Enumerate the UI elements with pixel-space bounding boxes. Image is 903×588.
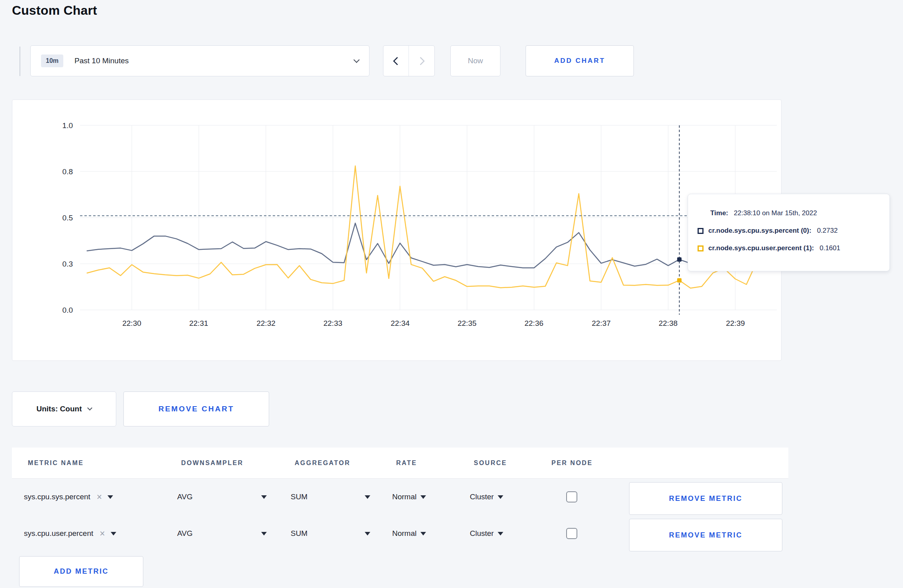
chevron-right-icon — [416, 56, 424, 65]
svg-text:22:30: 22:30 — [122, 319, 141, 327]
source-value: Cluster — [470, 529, 494, 538]
user-series-swatch-icon — [698, 245, 704, 251]
chevron-down-icon — [354, 57, 360, 63]
metric-name-label: sys.cpu.user.percent — [24, 529, 93, 538]
svg-text:0.0: 0.0 — [63, 306, 73, 314]
caret-down-icon — [420, 532, 426, 535]
aggregator-select[interactable]: SUM — [291, 515, 370, 552]
per-node-checkbox[interactable] — [566, 491, 577, 502]
aggregator-select[interactable]: SUM — [291, 479, 370, 515]
clear-metric-icon[interactable]: × — [100, 528, 105, 539]
time-range-label: Past 10 Minutes — [74, 56, 129, 65]
tooltip-series-label: cr.node.sys.cpu.sys.percent (0): — [708, 227, 811, 235]
header-aggregator: AGGREGATOR — [295, 448, 350, 479]
svg-text:22:39: 22:39 — [726, 319, 745, 327]
sys-series-swatch-icon — [698, 228, 704, 234]
tooltip-series-row: cr.node.sys.cpu.user.percent (1): 0.1601 — [698, 239, 889, 257]
downsampler-value: AVG — [177, 493, 193, 501]
prev-time-button[interactable] — [383, 46, 409, 76]
svg-text:22:36: 22:36 — [524, 319, 543, 327]
add-metric-button[interactable]: ADD METRIC — [19, 556, 143, 587]
tooltip-time-label: Time: — [710, 209, 728, 217]
caret-down-icon — [111, 532, 116, 535]
rate-value: Normal — [392, 529, 416, 538]
caret-down-icon — [420, 495, 426, 499]
svg-text:22:35: 22:35 — [457, 319, 477, 327]
tooltip-series-label: cr.node.sys.cpu.user.percent (1): — [708, 244, 814, 252]
tooltip-series-value: 0.1601 — [819, 244, 840, 252]
svg-text:22:34: 22:34 — [391, 319, 410, 327]
remove-metric-button[interactable]: REMOVE METRIC — [629, 482, 782, 515]
caret-down-icon — [365, 532, 370, 535]
svg-text:0.8: 0.8 — [63, 167, 73, 176]
metric-row: sys.cpu.user.percent × AVG SUM Normal Cl… — [12, 515, 788, 552]
aggregator-value: SUM — [291, 493, 307, 501]
source-value: Cluster — [470, 493, 494, 501]
chevron-left-icon — [393, 56, 401, 65]
tooltip-time-value: 22:38:10 on Mar 15th, 2022 — [734, 209, 817, 217]
chart-tooltip: Time: 22:38:10 on Mar 15th, 2022 cr.node… — [688, 194, 890, 271]
rate-select[interactable]: Normal — [392, 479, 426, 515]
svg-text:22:32: 22:32 — [256, 319, 276, 327]
caret-down-icon — [108, 495, 113, 499]
chart-card: 0.0 0.3 0.5 0.8 1.0 22:30 22:31 22:32 22… — [12, 99, 782, 361]
tooltip-series-value: 0.2732 — [817, 227, 838, 235]
add-chart-button[interactable]: ADD CHART — [526, 45, 634, 76]
source-select[interactable]: Cluster — [470, 515, 503, 552]
source-select[interactable]: Cluster — [470, 479, 503, 515]
rate-select[interactable]: Normal — [392, 515, 426, 552]
time-pager — [383, 45, 435, 76]
clear-metric-icon[interactable]: × — [97, 492, 102, 502]
per-node-checkbox[interactable] — [566, 528, 577, 539]
caret-down-icon — [261, 495, 267, 499]
toolbar-divider — [20, 47, 20, 76]
aggregator-value: SUM — [291, 529, 307, 538]
caret-down-icon — [365, 495, 370, 499]
units-label: Units: Count — [37, 405, 82, 413]
rate-value: Normal — [392, 493, 416, 501]
header-source: SOURCE — [474, 448, 507, 479]
now-button[interactable]: Now — [450, 45, 500, 76]
remove-metric-button[interactable]: REMOVE METRIC — [629, 519, 782, 551]
time-range-badge: 10m — [41, 55, 63, 67]
svg-text:22:31: 22:31 — [189, 319, 208, 327]
remove-chart-button[interactable]: REMOVE CHART — [123, 391, 269, 426]
svg-text:1.0: 1.0 — [63, 121, 73, 130]
metric-row: sys.cpu.sys.percent × AVG SUM Normal Clu… — [12, 479, 788, 515]
page-title: Custom Chart — [12, 3, 97, 18]
tooltip-series-row: cr.node.sys.cpu.sys.percent (0): 0.2732 — [698, 222, 889, 239]
metrics-chart[interactable]: 0.0 0.3 0.5 0.8 1.0 22:30 22:31 22:32 22… — [12, 100, 782, 361]
caret-down-icon — [261, 532, 267, 535]
caret-down-icon — [498, 495, 503, 499]
next-time-button[interactable] — [409, 46, 434, 76]
metric-name-select[interactable]: sys.cpu.sys.percent × — [24, 479, 113, 515]
header-metric-name: METRIC NAME — [28, 448, 84, 479]
metric-name-select[interactable]: sys.cpu.user.percent × — [24, 515, 116, 552]
chevron-down-icon — [88, 405, 93, 411]
metric-name-label: sys.cpu.sys.percent — [24, 493, 90, 501]
header-rate: RATE — [396, 448, 417, 479]
caret-down-icon — [498, 532, 503, 535]
svg-text:0.3: 0.3 — [63, 260, 73, 268]
svg-text:22:33: 22:33 — [323, 319, 342, 327]
svg-text:0.5: 0.5 — [63, 214, 73, 222]
metrics-table-header: METRIC NAME DOWNSAMPLER AGGREGATOR RATE … — [12, 448, 788, 479]
downsampler-value: AVG — [177, 529, 193, 538]
time-range-select[interactable]: 10m Past 10 Minutes — [30, 45, 369, 76]
units-select[interactable]: Units: Count — [12, 391, 116, 426]
svg-text:22:38: 22:38 — [659, 319, 678, 327]
header-per-node: PER NODE — [551, 448, 593, 479]
header-downsampler: DOWNSAMPLER — [181, 448, 243, 479]
downsampler-select[interactable]: AVG — [177, 515, 267, 552]
axis-labels: 0.0 0.3 0.5 0.8 1.0 22:30 22:31 22:32 22… — [63, 121, 745, 327]
downsampler-select[interactable]: AVG — [177, 479, 267, 515]
svg-text:22:37: 22:37 — [592, 319, 611, 327]
